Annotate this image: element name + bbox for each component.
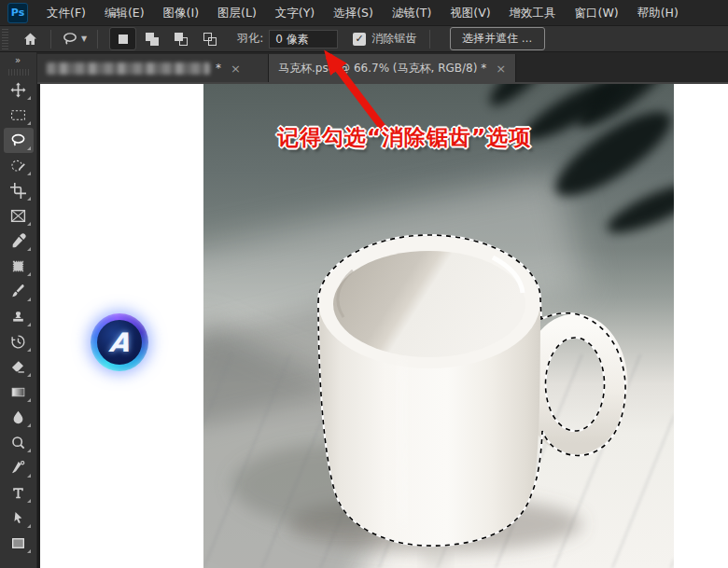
menu-选择[interactable]: 选择(S) — [324, 0, 383, 26]
selection-mode-group — [110, 28, 222, 49]
object-selection-tool[interactable] — [4, 153, 34, 178]
a-logo-inner: A — [97, 320, 142, 365]
eyedropper-tool[interactable] — [4, 229, 34, 254]
divider — [50, 30, 51, 48]
options-bar: ▼ 羽化: 0 像素 ✓ 消除锯齿 选择并遮住 … — [0, 26, 728, 52]
select-and-mask-button[interactable]: 选择并遮住 … — [450, 27, 544, 50]
intersect-selection-button[interactable] — [197, 28, 222, 49]
menu-增效工具[interactable]: 增效工具 — [500, 0, 566, 26]
divider — [429, 30, 430, 48]
add-to-selection-button[interactable] — [139, 28, 164, 49]
healing-brush-tool[interactable] — [4, 254, 34, 279]
panel-grip — [8, 69, 29, 76]
lasso-tool[interactable] — [4, 128, 34, 153]
close-icon[interactable]: × — [496, 62, 506, 76]
tool-list — [4, 77, 34, 556]
menu-帮助[interactable]: 帮助(H) — [628, 0, 688, 26]
move-tool[interactable] — [4, 77, 34, 103]
marquee-tool[interactable] — [4, 103, 34, 128]
brush-tool[interactable] — [4, 279, 34, 304]
home-icon[interactable] — [16, 28, 44, 50]
document-tab-bar: * × 马克杯.psd @ 66.7% (马克杯, RGB/8) * × — [37, 52, 728, 84]
frame-tool[interactable] — [4, 203, 34, 229]
menu-图像[interactable]: 图像(I) — [154, 0, 208, 26]
blur-tool[interactable] — [4, 405, 34, 430]
menu-窗口[interactable]: 窗口(W) — [566, 0, 628, 26]
clone-stamp-tool[interactable] — [4, 304, 34, 329]
tab-document-mug[interactable]: 马克杯.psd @ 66.7% (马克杯, RGB/8) * × — [269, 54, 516, 82]
menu-图层[interactable]: 图层(L) — [208, 0, 266, 26]
new-selection-icon — [119, 35, 128, 44]
tab-title: 马克杯.psd @ 66.7% (马克杯, RGB/8) * — [278, 61, 486, 76]
menu-文字[interactable]: 文字(Y) — [266, 0, 324, 26]
crop-tool[interactable] — [4, 178, 34, 203]
lasso-icon — [62, 31, 78, 47]
rectangle-tool[interactable] — [4, 531, 34, 556]
menu-滤镜[interactable]: 滤镜(T) — [383, 0, 441, 26]
subtract-from-selection-icon — [175, 33, 188, 46]
eraser-tool[interactable] — [4, 354, 34, 380]
feather-input[interactable]: 0 像素 — [269, 30, 338, 48]
subtract-from-selection-button[interactable] — [168, 28, 193, 49]
antialias-checkbox[interactable]: ✓ — [353, 33, 366, 46]
intersect-selection-icon — [203, 33, 217, 46]
redacted-tab-title — [47, 62, 210, 75]
antialias-label: 消除锯齿 — [371, 31, 416, 47]
a-logo-letter: A — [107, 327, 131, 358]
gradient-tool[interactable] — [4, 380, 34, 405]
path-selection-tool[interactable] — [4, 506, 34, 531]
divider — [97, 30, 98, 48]
new-selection-button[interactable] — [110, 28, 135, 49]
history-brush-tool[interactable] — [4, 329, 34, 354]
options-grip — [2, 29, 8, 49]
menu-bar: Ps 文件(F)编辑(E)图像(I)图层(L)文字(Y)选择(S)滤镜(T)视图… — [0, 0, 728, 26]
menu-文件[interactable]: 文件(F) — [37, 0, 95, 26]
menu-编辑[interactable]: 编辑(E) — [95, 0, 154, 26]
tab-modified-asterisk: * — [216, 62, 221, 75]
photoshop-window: Ps 文件(F)编辑(E)图像(I)图层(L)文字(Y)选择(S)滤镜(T)视图… — [0, 0, 728, 568]
annotation-text: 记得勾选“消除锯齿”选项 — [277, 123, 539, 152]
pen-tool[interactable] — [4, 455, 34, 480]
mug-image — [203, 84, 674, 568]
feather-label: 羽化: — [237, 31, 263, 47]
menu-items: 文件(F)编辑(E)图像(I)图层(L)文字(Y)选择(S)滤镜(T)视图(V)… — [37, 0, 688, 26]
a-logo-badge: A — [91, 313, 148, 371]
type-tool[interactable] — [4, 480, 34, 506]
chevron-down-icon: ▼ — [81, 35, 87, 43]
menu-视图[interactable]: 视图(V) — [441, 0, 499, 26]
photoshop-logo-icon: Ps — [7, 3, 28, 23]
tab-document-1[interactable]: * × — [37, 54, 269, 82]
collapse-panel-button[interactable]: » — [15, 52, 21, 69]
dodge-tool[interactable] — [4, 430, 34, 455]
add-to-selection-icon — [146, 33, 159, 46]
lasso-tool-preset[interactable]: ▼ — [58, 29, 91, 48]
close-icon[interactable]: × — [231, 62, 241, 76]
mug-photo-layer — [203, 84, 674, 568]
tools-panel: » — [0, 52, 37, 568]
